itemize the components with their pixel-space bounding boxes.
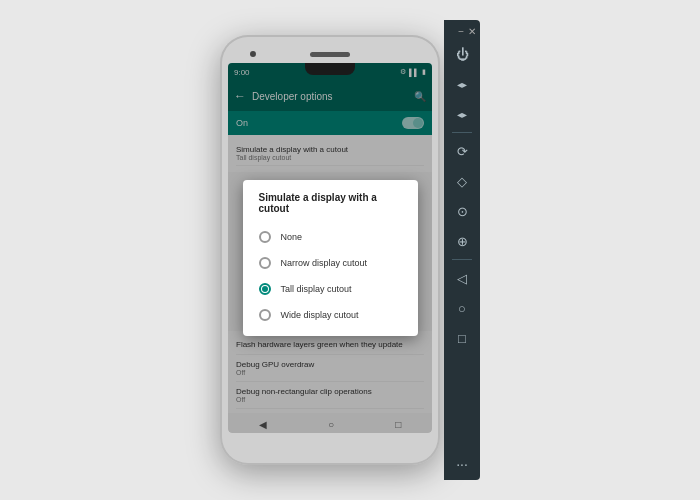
- sidebar-home-button[interactable]: ○: [448, 294, 476, 322]
- camera-icon: ⊙: [457, 204, 468, 219]
- sidebar-camera-button[interactable]: ⊙: [448, 197, 476, 225]
- sidebar-recents-button[interactable]: □: [448, 324, 476, 352]
- sidebar-back-button[interactable]: ◁: [448, 264, 476, 292]
- sidebar-close-button[interactable]: ✕: [468, 26, 476, 37]
- sidebar-divider-1: [452, 132, 472, 133]
- sidebar-minimize-button[interactable]: −: [458, 26, 464, 37]
- radio-circle-wide: [259, 309, 271, 321]
- power-icon: ⏻: [456, 47, 469, 62]
- zoom-icon: ⊕: [457, 234, 468, 249]
- dialog-overlay: Simulate a display with a cutout None Na…: [228, 63, 432, 433]
- sidebar-divider-2: [452, 259, 472, 260]
- radio-option-narrow[interactable]: Narrow display cutout: [243, 250, 418, 276]
- nav-recents-icon: □: [458, 331, 466, 346]
- radio-circle-none: [259, 231, 271, 243]
- volume-up-icon: ◂▸: [457, 79, 467, 90]
- radio-label-none: None: [281, 232, 303, 242]
- nav-back-icon: ◁: [457, 271, 467, 286]
- radio-circle-tall: [259, 283, 271, 295]
- phone-top-bar: [228, 45, 432, 63]
- radio-option-tall[interactable]: Tall display cutout: [243, 276, 418, 302]
- phone-camera: [250, 51, 256, 57]
- radio-inner-tall: [262, 286, 268, 292]
- sidebar-volume-up-button[interactable]: ◂▸: [448, 70, 476, 98]
- sidebar-more-button[interactable]: ···: [456, 456, 468, 472]
- phone-chin: [228, 433, 432, 443]
- dialog: Simulate a display with a cutout None Na…: [243, 180, 418, 336]
- sidebar-power-button[interactable]: ⏻: [448, 40, 476, 68]
- phone-speaker: [310, 52, 350, 57]
- radio-option-wide[interactable]: Wide display cutout: [243, 302, 418, 328]
- phone-screen: 9:00 ⚙ ▌▌ ▮ ← Developer options 🔍 On: [228, 63, 432, 433]
- radio-label-narrow: Narrow display cutout: [281, 258, 368, 268]
- radio-label-tall: Tall display cutout: [281, 284, 352, 294]
- sidebar-top-row: − ✕: [444, 24, 480, 39]
- phone-container: 9:00 ⚙ ▌▌ ▮ ← Developer options 🔍 On: [220, 20, 480, 480]
- volume-down-icon: ◂▸: [457, 109, 467, 120]
- sidebar-rotate-button[interactable]: ⟳: [448, 137, 476, 165]
- sidebar-volume-down-button[interactable]: ◂▸: [448, 100, 476, 128]
- sidebar-zoom-button[interactable]: ⊕: [448, 227, 476, 255]
- rotate-icon: ⟳: [457, 144, 468, 159]
- sidebar-screenshot-button[interactable]: ◇: [448, 167, 476, 195]
- right-sidebar: − ✕ ⏻ ◂▸ ◂▸ ⟳ ◇ ⊙ ⊕ ◁ ○: [444, 20, 480, 480]
- screenshot-icon: ◇: [457, 174, 467, 189]
- phone-notch: [305, 63, 355, 75]
- radio-circle-narrow: [259, 257, 271, 269]
- nav-home-icon: ○: [458, 301, 466, 316]
- phone-shell: 9:00 ⚙ ▌▌ ▮ ← Developer options 🔍 On: [220, 35, 440, 465]
- radio-label-wide: Wide display cutout: [281, 310, 359, 320]
- dialog-title: Simulate a display with a cutout: [243, 192, 418, 224]
- radio-option-none[interactable]: None: [243, 224, 418, 250]
